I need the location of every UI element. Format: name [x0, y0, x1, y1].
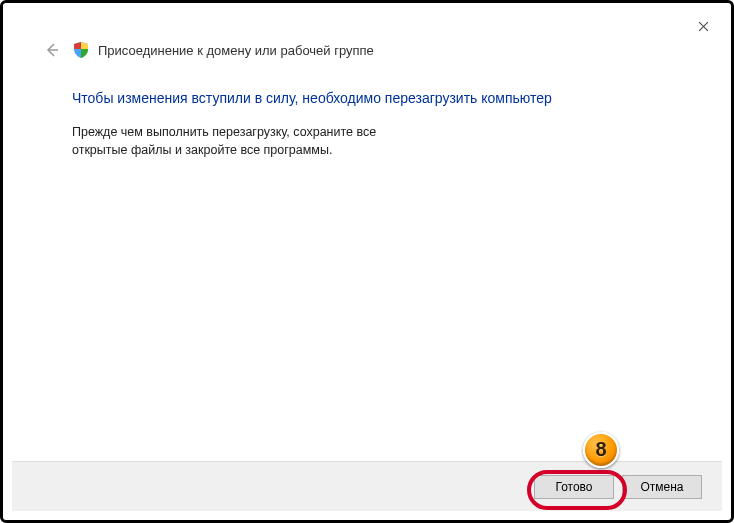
- instruction-line2: открытые файлы и закройте все программы.: [72, 143, 332, 157]
- instruction-text: Прежде чем выполнить перезагрузку, сохра…: [72, 124, 412, 159]
- instruction-line1: Прежде чем выполнить перезагрузку, сохра…: [72, 125, 376, 139]
- content-area: Чтобы изменения вступили в силу, необход…: [72, 90, 682, 159]
- page-heading: Чтобы изменения вступили в силу, необход…: [72, 90, 682, 106]
- wizard-header: Присоединение к домену или рабочей групп…: [42, 40, 374, 60]
- cancel-button[interactable]: Отмена: [622, 475, 702, 499]
- wizard-title: Присоединение к домену или рабочей групп…: [98, 43, 374, 58]
- step-number: 8: [595, 438, 606, 461]
- screenshot-frame: Присоединение к домену или рабочей групп…: [0, 0, 734, 523]
- step-badge: 8: [583, 432, 619, 468]
- shield-icon: [72, 41, 90, 59]
- finish-button[interactable]: Готово: [534, 475, 614, 499]
- close-icon[interactable]: [696, 20, 710, 34]
- wizard-window: Присоединение к домену или рабочей групп…: [12, 12, 722, 511]
- button-bar: Готово Отмена: [12, 461, 722, 511]
- back-arrow-icon[interactable]: [42, 40, 62, 60]
